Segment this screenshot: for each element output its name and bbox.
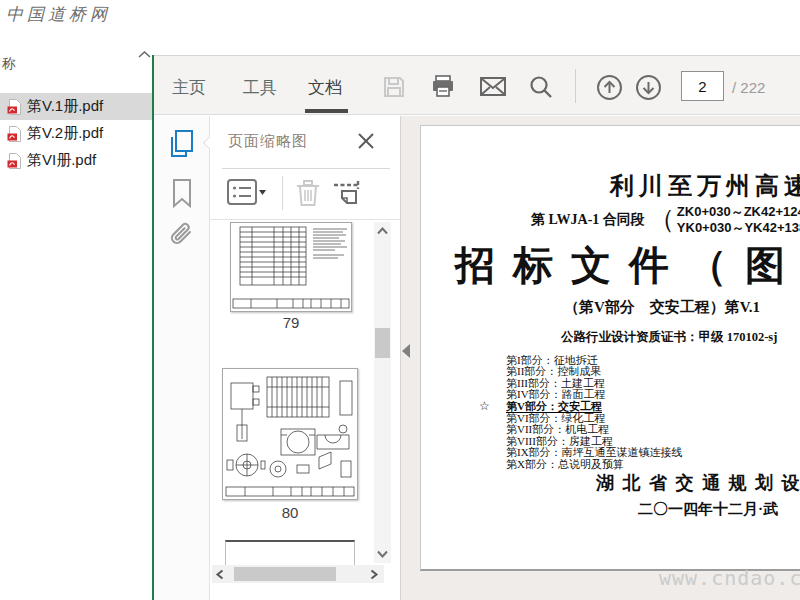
attachment-icon[interactable] [168,220,198,252]
stake-ranges: ZK0+030～ZK42+124.98 YK0+030～YK42+138.9 [677,204,800,236]
pdf-file-icon [7,153,21,169]
bookmark-icon[interactable] [170,178,194,208]
page-80-label: 80 [229,504,351,521]
thumbnail-options-button[interactable] [226,178,266,206]
print-icon[interactable] [430,74,456,100]
file-item[interactable]: 第V.2册.pdf [0,120,152,147]
page-79-preview [231,223,351,311]
project-title: 利川至万州高速公路 [610,170,800,202]
panel-toolbar-separator [282,176,283,210]
scroll-left-icon[interactable] [215,569,225,580]
contract-paren: （ [649,202,675,237]
panel-title: 页面缩略图 [228,132,308,151]
scroll-down-icon[interactable] [376,549,389,559]
bid-document-title: 招 标 文 件 （ 图 [455,238,789,293]
page-total-label: / 222 [732,79,765,96]
scroll-up-icon[interactable] [376,226,389,236]
page-79-label: 79 [230,314,352,331]
collapse-panel-icon[interactable] [402,344,410,358]
thumbnail-horizontal-scrollbar[interactable] [212,565,384,583]
search-icon[interactable] [528,74,554,100]
close-icon[interactable] [356,131,376,151]
panel-divider [222,168,390,169]
document-view[interactable]: 利川至万州高速公路 第 LWJA-1 合同段 （ ZK0+030～ZK42+12… [400,116,800,600]
pdf-file-icon [7,99,21,115]
stake-yk: YK0+030～YK42+138.9 [677,220,800,236]
site-watermark: www.cndao.com [659,566,800,590]
date-line: 二〇一四年十二月·武 [638,500,778,519]
contract-line: 第 LWJA-1 合同段 （ ZK0+030～ZK42+124.98 YK0+0… [531,202,800,237]
save-icon[interactable] [381,74,407,100]
name-column-header[interactable]: 称 [2,55,16,73]
toolbar-separator [575,69,576,103]
screenshot-root: 中国道桥网 称 第V.1册.pdf 第V.2册.pdf 第VI册.pdf [0,0,800,600]
star-icon: ☆ [479,401,506,413]
document-page[interactable]: 利川至万州高速公路 第 LWJA-1 合同段 （ ZK0+030～ZK42+12… [420,125,800,571]
tab-tools[interactable]: 工具 [243,76,277,99]
parts-list: 第I部分：征地拆迁 第II部分：控制成果 第III部分：土建工程 第IV部分：路… [479,355,683,470]
email-icon[interactable] [479,74,507,100]
stake-zk: ZK0+030～ZK42+124.98 [677,204,800,220]
organization-line: 湖 北 省 交 通 规 划 设 [596,471,800,495]
delete-page-icon[interactable] [294,178,322,208]
ribbon-tab-bar: 主页 工具 文档 [154,55,800,115]
thumbnail-panel: 页面缩略图 [210,116,400,600]
page-81-thumbnail-partial[interactable] [225,540,355,568]
part-item: 第IV部分：路面工程 [479,389,683,400]
rotate-pages-icon[interactable] [332,177,366,207]
file-item[interactable]: 第VI册.pdf [0,147,152,174]
tab-document[interactable]: 文档 [308,76,342,99]
navigation-strip [154,116,210,600]
section-line: （第V部分 交安工程）第V.1 [564,298,760,317]
site-logo: 中国道桥网 [6,3,111,26]
page-number-input[interactable]: 2 [681,71,724,101]
scroll-right-icon[interactable] [369,569,379,580]
explorer-scroll-up-icon[interactable] [137,49,152,60]
panel-divider [210,219,400,220]
tab-home[interactable]: 主页 [172,76,206,99]
page-80-thumbnail[interactable] [222,368,358,500]
file-name: 第V.1册.pdf [27,97,103,116]
pdf-file-icon [7,126,21,142]
page-thumbnails-icon[interactable] [167,128,197,160]
certificate-line: 公路行业设计资质证书：甲级 170102-sj 勘察资质 [561,329,800,346]
part-item: 第X部分：总说明及预算 [479,459,683,470]
active-tab-underline [305,109,348,113]
scrollbar-thumb[interactable] [234,567,336,581]
contract-prefix: 第 LWJA-1 合同段 [531,211,645,229]
file-name: 第V.2册.pdf [27,124,103,143]
page-number-value: 2 [698,78,706,95]
previous-page-icon[interactable] [596,74,623,101]
file-item[interactable]: 第V.1册.pdf [0,93,152,120]
reader-content: 页面缩略图 [154,116,800,600]
scrollbar-thumb[interactable] [375,328,390,358]
file-name: 第VI册.pdf [27,151,96,170]
page-79-thumbnail[interactable] [230,222,352,312]
pdf-reader-window: 主页 工具 文档 [154,55,800,600]
next-page-icon[interactable] [635,74,662,101]
thumbnail-vertical-scrollbar[interactable] [374,222,391,563]
page-80-preview [223,369,357,499]
